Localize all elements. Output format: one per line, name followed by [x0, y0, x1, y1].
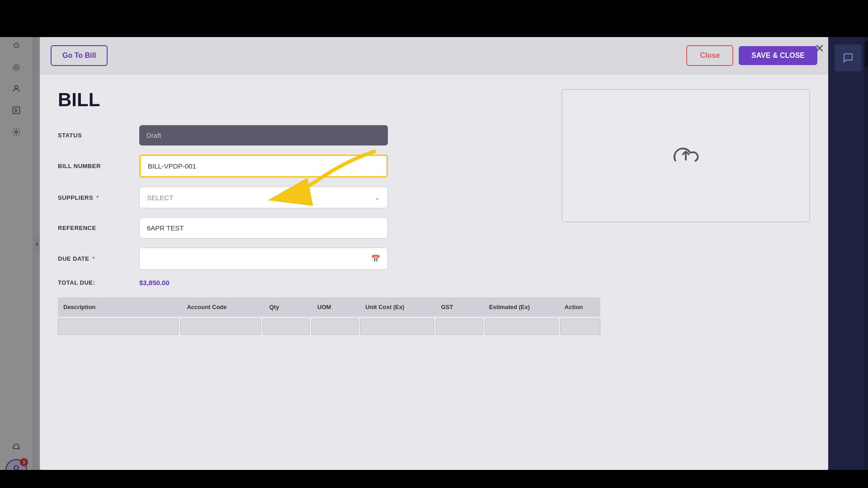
total-due-value: $3,850.00 [139, 279, 170, 286]
col-qty: Qty [264, 297, 312, 317]
total-due-label: TOTAL DUE: [58, 279, 139, 286]
col-description: Description [58, 297, 181, 317]
status-label: STATUS [58, 132, 139, 139]
bill-number-wrapper [139, 155, 388, 178]
due-date-field[interactable]: 📅 [139, 248, 388, 270]
due-date-row: DUE DATE * 📅 [58, 248, 388, 270]
modal-x-close[interactable]: ✕ [815, 42, 825, 56]
due-date-label: DUE DATE * [58, 255, 139, 262]
right-panel [828, 37, 868, 470]
header-actions: Close SAVE & CLOSE [686, 45, 817, 66]
col-action: Action [559, 297, 600, 317]
chevron-down-icon: ⌄ [374, 193, 380, 202]
row-description-input[interactable] [58, 319, 179, 335]
col-unit-cost: Unit Cost (Ex) [360, 297, 435, 317]
reference-input[interactable] [139, 217, 388, 239]
row-estimated-input[interactable] [485, 319, 558, 335]
modal-header: Go To Bill Close SAVE & CLOSE [40, 37, 828, 75]
suppliers-row: SUPPLIERS * SELECT ⌄ [58, 187, 388, 208]
save-close-button[interactable]: SAVE & CLOSE [739, 46, 817, 65]
row-account-input[interactable] [180, 319, 261, 335]
status-row: STATUS Draft [58, 125, 388, 145]
row-gst-input[interactable] [436, 319, 483, 335]
calendar-icon[interactable]: 📅 [371, 254, 380, 263]
go-to-bill-button[interactable]: Go To Bill [51, 45, 108, 66]
close-button[interactable]: Close [686, 45, 733, 66]
suppliers-select[interactable]: SELECT ⌄ [139, 187, 388, 208]
row-uom-input[interactable] [311, 319, 359, 335]
col-uom: UOM [312, 297, 360, 317]
table-header: Description Account Code Qty UOM Unit Co… [58, 297, 600, 317]
modal-body: BILL STATUS Draft BILL NUMBER SUPPLIERS … [40, 75, 828, 470]
bill-number-row: BILL NUMBER [58, 155, 388, 178]
reference-row: REFERENCE [58, 217, 388, 239]
scrollbar-thumb[interactable] [864, 41, 868, 68]
row-qty-input[interactable] [263, 319, 310, 335]
bill-modal: Go To Bill Close SAVE & CLOSE BILL STATU… [40, 37, 828, 470]
suppliers-required: * [94, 194, 99, 201]
col-gst: GST [435, 297, 483, 317]
bill-number-input[interactable] [142, 157, 386, 175]
row-unit-cost-input[interactable] [360, 319, 434, 335]
line-items-table: Description Account Code Qty UOM Unit Co… [58, 297, 600, 337]
modal-scrollbar[interactable] [864, 36, 868, 470]
col-estimated: Estimated (Ex) [484, 297, 559, 317]
bill-number-label: BILL NUMBER [58, 163, 139, 169]
table-input-row [58, 317, 600, 337]
col-account-code: Account Code [181, 297, 264, 317]
total-due-row: TOTAL DUE: $3,850.00 [58, 279, 388, 286]
status-field: Draft [139, 125, 388, 145]
due-date-required: * [90, 255, 95, 262]
reference-label: REFERENCE [58, 225, 139, 231]
right-panel-button[interactable] [835, 44, 862, 71]
upload-area[interactable] [561, 89, 810, 222]
row-action-input[interactable] [560, 319, 600, 335]
upload-icon [672, 142, 699, 169]
suppliers-label: SUPPLIERS * [58, 194, 139, 201]
